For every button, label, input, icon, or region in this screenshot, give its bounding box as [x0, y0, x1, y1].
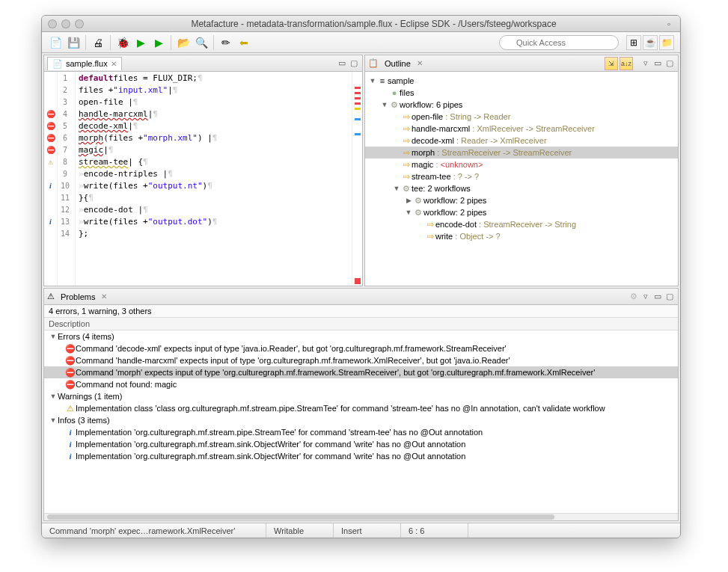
search-icon[interactable]: 🔍 — [194, 35, 209, 50]
close-icon[interactable]: ✕ — [101, 292, 107, 301]
code-line[interactable]: open-file | ¶ — [79, 96, 352, 108]
problems-group[interactable]: ▼ Errors (4 items) — [44, 330, 678, 342]
zoom-window-icon[interactable] — [75, 19, 84, 28]
problems-group[interactable]: ▼ Infos (3 items) — [44, 414, 678, 426]
maximize-icon[interactable]: ▢ — [664, 292, 675, 302]
code-line[interactable]: decode-xml | ¶ — [79, 120, 352, 132]
outline-item[interactable]: ⇨write : Object -> ? — [365, 230, 678, 242]
outline-item[interactable]: ●files — [365, 87, 678, 99]
problem-item[interactable]: ⚠ Implementation class 'class org.cultur… — [44, 402, 678, 414]
overview-ruler[interactable] — [352, 72, 362, 286]
new-icon[interactable]: 📄 — [48, 35, 63, 50]
expand-icon[interactable]: ▼ — [49, 416, 58, 424]
code-line[interactable]: }; — [79, 227, 352, 239]
editor-body[interactable]: ⛔⛔⛔⛔⚠ii 1234567891011121314 default file… — [44, 72, 362, 286]
close-icon[interactable]: ✕ — [417, 59, 423, 67]
close-icon[interactable]: ✕ — [111, 60, 117, 68]
problems-column-header[interactable]: Description — [44, 318, 678, 330]
problem-item[interactable]: ⛔ Command not found: magic — [44, 378, 678, 390]
collapse-all-icon[interactable]: ⇲ — [605, 57, 618, 70]
expand-icon[interactable]: ▼ — [392, 185, 401, 192]
view-menu-icon[interactable]: ▿ — [640, 58, 651, 69]
problems-tree[interactable]: ▼ Errors (4 items)⛔ Command 'decode-xml'… — [44, 330, 678, 513]
code-line[interactable]: morph(files + "morph.xml") | ¶ — [79, 132, 352, 144]
gutter-marker[interactable]: ⛔ — [44, 132, 57, 144]
overview-info-mark[interactable] — [355, 118, 361, 120]
outline-item[interactable]: ⇨handle-marcxml : XmlReceiver -> StreamR… — [365, 123, 678, 135]
print-icon[interactable]: 🖨 — [91, 35, 105, 50]
minimize-window-icon[interactable] — [61, 19, 70, 28]
editor-tab-sample-flux[interactable]: 📄 sample.flux ✕ — [47, 57, 122, 70]
gutter-marker[interactable]: ⛔ — [44, 144, 57, 156]
problem-item[interactable]: i Implementation 'org.culturegraph.mf.st… — [44, 450, 678, 462]
outline-item[interactable]: ⇨magic : <unknown> — [365, 159, 678, 170]
gutter-marker[interactable]: ⛔ — [44, 120, 57, 132]
code-line[interactable]: handle-marcxml | ¶ — [79, 108, 352, 120]
gutter-marker[interactable]: i — [44, 179, 57, 191]
quick-access-input[interactable] — [499, 35, 619, 50]
external-tools-icon[interactable]: ▶ — [151, 35, 166, 50]
view-menu-icon[interactable]: ▿ — [640, 292, 651, 302]
problem-item[interactable]: ⛔ Command 'decode-xml' expects input of … — [44, 342, 678, 354]
gutter-marker[interactable]: ⚠ — [44, 156, 57, 167]
outline-item[interactable]: ▼⚙tee: 2 workflows — [365, 182, 678, 194]
expand-icon[interactable]: ▼ — [49, 333, 58, 340]
code-line[interactable]: » encode-ntriples | ¶ — [79, 167, 352, 179]
minimize-icon[interactable]: ▭ — [337, 58, 347, 69]
minimize-icon[interactable]: ▭ — [652, 58, 663, 69]
overview-error-mark[interactable] — [355, 87, 361, 89]
horizontal-scrollbar[interactable] — [44, 513, 678, 520]
code-area[interactable]: default files = FLUX_DIR; ¶files + "inpu… — [76, 72, 352, 286]
sort-icon[interactable]: a↓z — [620, 57, 633, 70]
edit-icon[interactable]: ✏ — [218, 35, 233, 50]
expand-icon[interactable]: ▼ — [368, 77, 377, 84]
code-line[interactable]: magic | ¶ — [79, 144, 352, 156]
overview-error-mark[interactable] — [355, 97, 361, 99]
overview-warn-mark[interactable] — [355, 108, 361, 110]
gutter-marker[interactable]: ⛔ — [44, 108, 57, 120]
overview-summary-error[interactable] — [355, 278, 361, 284]
open-perspective-icon[interactable]: ⊞ — [626, 35, 641, 50]
open-type-icon[interactable]: 📂 — [176, 35, 191, 50]
code-line[interactable]: files + "input.xml" | ¶ — [79, 84, 352, 96]
outline-item[interactable]: ▼≡sample — [365, 75, 678, 87]
expand-icon[interactable]: ▼ — [404, 209, 413, 216]
resource-perspective-icon[interactable]: 📁 — [659, 35, 674, 50]
problem-item[interactable]: i Implementation 'org.culturegraph.mf.st… — [44, 426, 678, 438]
outline-item[interactable]: ▼⚙workflow: 6 pipes — [365, 99, 678, 111]
outline-item[interactable]: ⇨morph : StreamReceiver -> StreamReceive… — [365, 147, 678, 159]
debug-icon[interactable]: 🐞 — [115, 35, 130, 50]
outline-tree[interactable]: ▼≡sample●files▼⚙workflow: 6 pipes⇨open-f… — [365, 72, 678, 286]
code-line[interactable]: » write(files + "output.dot") ¶ — [79, 215, 352, 227]
java-perspective-icon[interactable]: ☕ — [643, 35, 658, 50]
expand-icon[interactable]: ▶ — [404, 197, 413, 204]
outline-item[interactable]: ⇨open-file : String -> Reader — [365, 111, 678, 123]
back-icon[interactable]: ⬅ — [236, 35, 251, 50]
problems-group[interactable]: ▼ Warnings (1 item) — [44, 390, 678, 402]
code-line[interactable]: stream-tee | { ¶ — [79, 156, 352, 167]
outline-item[interactable]: ▶⚙workflow: 2 pipes — [365, 194, 678, 206]
overview-error-mark[interactable] — [355, 92, 361, 94]
window-menu-icon[interactable]: ▫ — [664, 19, 674, 29]
outline-item[interactable]: ⇨encode-dot : StreamReceiver -> String — [365, 218, 678, 230]
problem-item[interactable]: i Implementation 'org.culturegraph.mf.st… — [44, 438, 678, 450]
code-line[interactable]: » encode-dot | ¶ — [79, 203, 352, 215]
expand-icon[interactable]: ▼ — [380, 101, 389, 108]
code-line[interactable]: » write(files + "output.nt") ¶ — [79, 179, 352, 191]
expand-icon[interactable]: ▼ — [49, 393, 58, 400]
run-icon[interactable]: ▶ — [133, 35, 148, 50]
scrollbar-thumb[interactable] — [47, 514, 554, 520]
minimize-icon[interactable]: ▭ — [652, 292, 663, 302]
maximize-icon[interactable]: ▢ — [349, 58, 359, 69]
outline-item[interactable]: ⇨decode-xml : Reader -> XmlReceiver — [365, 135, 678, 147]
problem-item[interactable]: ⛔ Command 'handle-marcxml' expects input… — [44, 354, 678, 366]
code-line[interactable]: }{ ¶ — [79, 191, 352, 203]
gutter-marker[interactable]: i — [44, 215, 57, 227]
problem-item[interactable]: ⛔ Command 'morph' expects input of type … — [44, 366, 678, 378]
outline-item[interactable]: ⇨stream-tee : ? -> ? — [365, 170, 678, 182]
code-line[interactable]: default files = FLUX_DIR; ¶ — [79, 72, 352, 84]
maximize-icon[interactable]: ▢ — [664, 58, 675, 69]
overview-info-mark[interactable] — [355, 133, 361, 135]
settings-icon[interactable]: ⚙ — [628, 292, 639, 302]
save-icon[interactable]: 💾 — [66, 35, 81, 50]
